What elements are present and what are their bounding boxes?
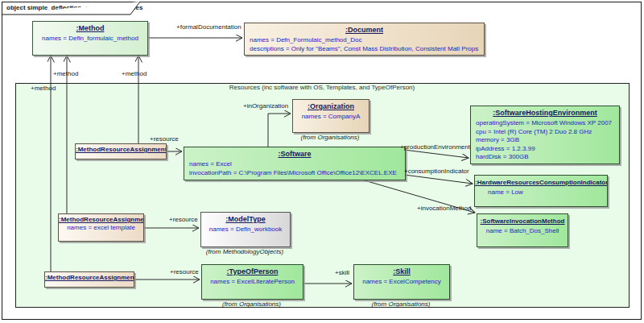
node-organization[interactable]: :Organization names = CompanyA <box>292 99 369 133</box>
node-she-attr: memory = 3GB <box>476 136 619 145</box>
node-type-of-person-attr: names = ExcelLiteratePerson <box>202 278 303 287</box>
node-type-of-person[interactable]: :TypeOfPerson names = ExcelLiteratePerso… <box>201 264 303 300</box>
node-document-title: :Document <box>245 23 484 34</box>
edge-label-in-organization: +inOrganization <box>243 102 288 110</box>
node-document-attr: names = Defn_Formulaic_method_Doc <box>250 36 484 45</box>
node-skill-caption: (from Organisations) <box>353 300 448 308</box>
edge-production-environment <box>404 150 469 158</box>
node-hwrci-attr: name = Low <box>488 188 607 197</box>
node-mra3-title: :MethodResourceAssignment <box>45 272 134 281</box>
node-she-attr: ipAddress = 1.2.3.99 <box>476 145 619 154</box>
node-mra1-title: :MethodResourceAssignment <box>76 144 166 153</box>
node-she-attr: hardDisk = 300GB <box>476 153 619 162</box>
node-method-resource-assignment-2[interactable]: :MethodResourceAssignment names = excel … <box>58 213 144 242</box>
edge-label-method-3: +method <box>122 70 147 77</box>
edge-label-invocation-method: +invocationMethod <box>417 205 471 212</box>
node-software-hosting-environment-title: :SoftwareHostingEnvironment <box>471 106 619 117</box>
edge-label-resource-2: +resource <box>169 216 198 223</box>
edge-label-resource-3: +resource <box>170 268 199 275</box>
node-model-type[interactable]: :ModelType names = Defln_workbook <box>200 212 291 247</box>
node-hardware-consumption-indicator[interactable]: :HardwareResourcesConsumptionIndicator n… <box>474 175 608 207</box>
node-software[interactable]: :Software names = Excel invocationPath =… <box>184 147 406 180</box>
node-software-title: :Software <box>184 147 405 158</box>
node-organization-attr: names = CompanyA <box>293 113 369 122</box>
node-mra2-attr: names = excel template <box>59 224 143 233</box>
diagram-tab-shape <box>2 2 140 14</box>
node-model-type-attr: names = Defln_workbook <box>201 226 290 234</box>
node-she-attr: operatingSystem = Microsoft Windows XP 2… <box>476 119 619 128</box>
node-skill-attr: names = ExcelCompetency <box>354 278 449 287</box>
node-document[interactable]: :Document names = Defn_Formulaic_method_… <box>244 23 485 56</box>
uml-object-diagram: Resources (inc software with OS, Templat… <box>0 0 644 323</box>
edge-label-method-1: +method <box>31 85 56 92</box>
node-organization-caption: (from Organisations) <box>284 134 376 141</box>
node-method[interactable]: :Method names = Defln_formulaic_method <box>32 21 148 56</box>
node-type-of-person-title: :TypeOfPerson <box>202 265 303 275</box>
edge-consumption-indicator <box>404 175 473 184</box>
edge-label-skill: +skill <box>335 269 349 276</box>
node-software-attr: names = Excel <box>189 160 405 169</box>
node-she-attr: cpu = Intel (R) Core (TM) 2 Duo 2.8 GHz <box>476 128 619 137</box>
node-type-of-person-caption: (from Organisations) <box>201 300 302 308</box>
edge-label-resource-1: +resource <box>150 135 179 143</box>
edge-in-organization <box>268 114 291 147</box>
edge-label-production-environment: +productionEnvironment <box>400 143 470 151</box>
node-method-resource-assignment-1[interactable]: :MethodResourceAssignment <box>75 143 167 159</box>
node-model-type-title: :ModelType <box>201 213 290 223</box>
node-model-type-caption: (from MethodologyObjects) <box>188 248 301 255</box>
node-method-attr: names = Defln_formulaic_method <box>33 35 147 43</box>
node-organization-title: :Organization <box>293 100 369 110</box>
edge-label-consumption-indicator: +consumptionIndicator <box>404 168 469 175</box>
node-skill[interactable]: :Skill names = ExcelCompetency <box>353 264 450 300</box>
node-software-hosting-environment[interactable]: :SoftwareHostingEnvironment operatingSys… <box>470 106 620 164</box>
node-software-invocation-method[interactable]: :SoftwareInvocationMethod name = Batch_D… <box>477 213 568 247</box>
node-method-resource-assignment-3[interactable]: :MethodResourceAssignment <box>44 271 134 288</box>
node-sim-attr: name = Batch_Dos_Shell <box>477 227 568 236</box>
node-mra2-title: :MethodResourceAssignment <box>59 214 143 223</box>
edge-label-method-2: +method <box>53 70 78 77</box>
edge-label-formal-documentation: +formalDocumentation <box>176 23 242 31</box>
node-method-title: :Method <box>33 22 147 32</box>
node-sim-title: :SoftwareInvocationMethod <box>477 214 568 225</box>
node-document-attr: descriptions = Only for "Beams", Const M… <box>250 45 484 54</box>
node-skill-title: :Skill <box>354 265 449 275</box>
node-hwrci-title: :HardwareResourcesConsumptionIndicator <box>475 176 607 186</box>
node-software-attr: invocationPath = C:\Program Files\Micros… <box>189 169 405 178</box>
